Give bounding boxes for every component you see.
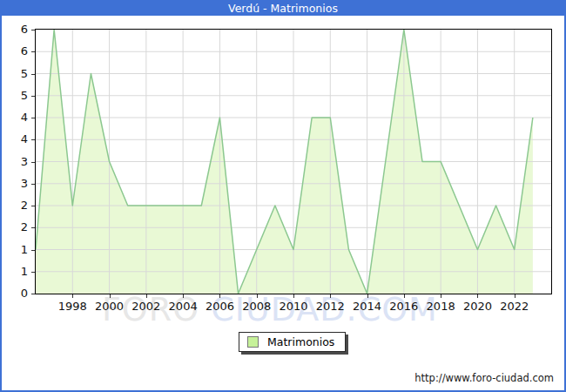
x-axis-label: 2008 <box>238 300 276 314</box>
y-axis-label: 2 <box>2 220 28 234</box>
x-axis-label: 2018 <box>421 300 460 314</box>
y-axis-tick <box>31 294 35 294</box>
y-axis-label: 3 <box>2 155 28 169</box>
y-axis-label: 6 <box>2 23 28 37</box>
x-axis-label: 2002 <box>127 300 165 314</box>
x-axis-tick <box>330 294 331 298</box>
x-axis-tick <box>477 294 478 298</box>
y-axis-tick <box>31 118 35 118</box>
y-axis-label: 1 <box>2 243 28 257</box>
legend-label: Matrimonios <box>267 335 334 348</box>
y-axis-tick <box>31 162 35 163</box>
chart-frame: Verdú - Matrimonios FORO CIUDAD.COM Matr… <box>0 0 566 392</box>
title-bar: Verdú - Matrimonios <box>2 2 564 16</box>
y-axis-tick <box>31 51 35 52</box>
x-axis-tick <box>441 294 441 298</box>
y-axis-tick <box>31 30 35 30</box>
area-chart-svg <box>36 30 551 294</box>
x-axis-tick <box>515 294 515 298</box>
y-axis-tick <box>31 74 35 75</box>
y-axis-label: 0 <box>2 287 28 301</box>
x-axis-label: 2010 <box>274 300 313 314</box>
legend-swatch-icon <box>247 336 259 348</box>
y-axis-label: 5 <box>2 67 28 81</box>
x-axis-tick <box>257 294 258 298</box>
x-axis-label: 2022 <box>495 300 534 314</box>
x-axis-tick <box>72 294 73 298</box>
x-axis-label: 2016 <box>385 300 423 314</box>
x-axis-label: 2020 <box>458 300 496 314</box>
y-axis-label: 5 <box>2 89 28 103</box>
y-axis-tick <box>31 96 35 97</box>
x-axis-label: 2004 <box>164 300 202 314</box>
x-axis-tick <box>110 294 111 298</box>
plot-area <box>35 29 552 294</box>
x-axis-label: 2014 <box>348 300 387 314</box>
x-axis-label: 2000 <box>91 300 129 314</box>
y-axis-tick <box>31 227 35 228</box>
x-axis-tick <box>293 294 294 298</box>
y-axis-label: 4 <box>2 111 28 125</box>
x-axis-tick <box>367 294 368 298</box>
y-axis-label: 2 <box>2 199 28 213</box>
chart-title: Verdú - Matrimonios <box>228 2 338 15</box>
x-axis-tick <box>219 294 220 298</box>
x-axis-label: 2006 <box>200 300 239 314</box>
y-axis-tick <box>31 139 35 140</box>
y-axis-label: 3 <box>2 177 28 191</box>
y-axis-tick <box>31 206 35 206</box>
y-axis-tick <box>31 250 35 251</box>
y-axis-label: 4 <box>2 132 28 146</box>
x-axis-tick <box>146 294 147 298</box>
x-axis-label: 1998 <box>53 300 91 314</box>
y-axis-tick <box>31 272 35 273</box>
x-axis-tick <box>404 294 405 298</box>
x-axis-tick <box>183 294 184 298</box>
x-axis-label: 2012 <box>311 300 349 314</box>
legend-box: Matrimonios <box>239 332 346 352</box>
y-axis-label: 6 <box>2 44 28 58</box>
y-axis-label: 1 <box>2 265 28 279</box>
y-axis-tick <box>31 184 35 185</box>
footer-url: http://www.foro-ciudad.com <box>414 372 554 384</box>
